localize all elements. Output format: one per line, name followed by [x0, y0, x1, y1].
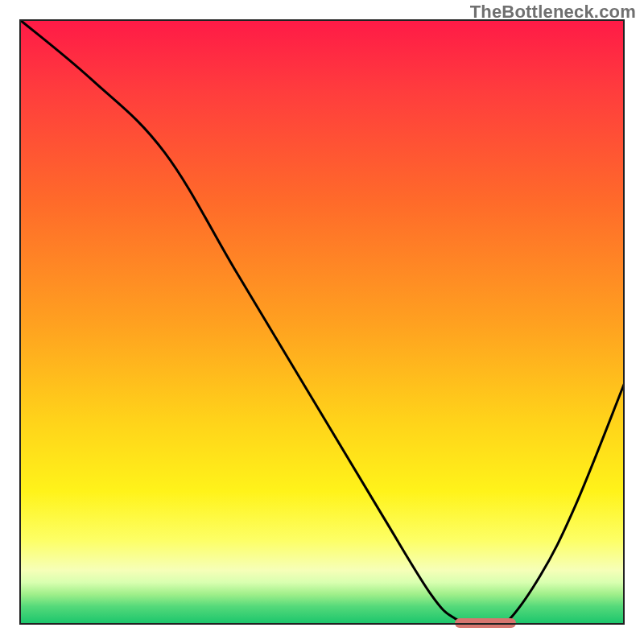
- bottleneck-curve: [19, 19, 625, 625]
- plot-area: [19, 19, 625, 625]
- bottleneck-marker: [455, 618, 515, 628]
- curve-layer: [19, 19, 625, 625]
- bottleneck-chart: TheBottleneck.com: [0, 0, 644, 644]
